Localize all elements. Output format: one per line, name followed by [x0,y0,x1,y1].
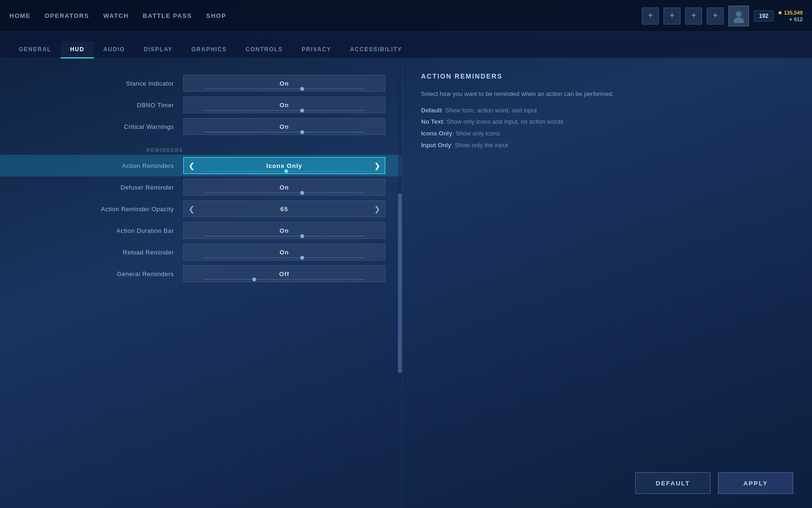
main-content: Stance Indicator On DBNO Timer On [0,58,812,508]
tab-controls[interactable]: CONTROLS [236,41,292,58]
plus-btn-2[interactable]: + [664,8,680,24]
nav-shop[interactable]: SHOP [206,10,226,21]
dbno-timer-label: DBNO Timer [0,102,183,109]
info-option-notext-name: No Text [421,118,443,125]
tab-display[interactable]: DISPLAY [134,41,182,58]
action-duration-bar-control[interactable]: On [183,222,385,239]
section-spacer [0,137,402,143]
row-general-reminders[interactable]: General Reminders Off [0,263,402,285]
nav-right: + + + + 192 ◆ 135,549 ● 612 [642,6,803,26]
nav-home[interactable]: HOME [9,10,31,21]
tab-graphics[interactable]: GRAPHICS [182,41,236,58]
info-option-default-desc: Show Icon, action word, and input [445,107,537,114]
slider-line-6 [204,236,365,237]
blue-currency: ● 612 [789,16,803,22]
stance-indicator-control[interactable]: On [183,75,385,92]
nav-links: HOME OPERATORS WATCH BATTLE PASS SHOP [9,10,642,21]
reminders-section-header: REMINDERS [0,143,402,155]
slider-thumb-5 [300,191,304,195]
tab-hud[interactable]: HUD [61,41,94,58]
action-reminders-label: Action Reminders [0,162,183,169]
info-option-inputonly-desc: Show only the input [455,142,508,149]
dbno-timer-slider [184,110,385,111]
row-action-duration-bar[interactable]: Action Duration Bar On [0,220,402,241]
dbno-timer-control[interactable]: On [183,96,385,113]
upper-settings-rows: Stance Indicator On DBNO Timer On [0,68,402,137]
scrollbar-thumb[interactable] [398,193,402,373]
currency-display: ◆ 135,549 ● 612 [778,10,803,22]
nav-watch[interactable]: WATCH [103,10,129,21]
gold-amount: 135,549 [784,10,803,16]
slider-thumb-4 [284,169,288,173]
info-option-inputonly: Input Only: Show only the input [421,140,793,151]
opacity-right-arrow[interactable]: ❯ [369,205,385,214]
critical-warnings-label: Critical Warnings [0,123,183,130]
row-action-reminder-opacity[interactable]: Action Reminder Opacity ❮ 65 ❯ [0,198,402,220]
action-reminder-opacity-value: 65 [281,206,288,213]
action-reminders-control[interactable]: ❮ Icons Only ❯ [183,157,385,174]
row-stance-indicator[interactable]: Stance Indicator On [0,72,402,94]
action-reminders-left-arrow[interactable]: ❮ [184,161,199,170]
reload-reminder-label: Reload Reminder [0,249,183,256]
slider-thumb-7 [300,256,304,260]
svg-point-0 [736,11,742,17]
tab-audio[interactable]: AUDIO [94,41,134,58]
score-value: 192 [759,13,768,19]
slider-line [204,88,365,89]
nav-operators[interactable]: OPERATORS [45,10,89,21]
slider-thumb-3 [300,130,304,134]
critical-warnings-control[interactable]: On [183,118,385,135]
info-option-iconsonly-desc: Show only icons [456,130,500,137]
tab-accessibility[interactable]: ACCESSIBILITY [341,41,412,58]
general-reminders-control[interactable]: Off [183,265,385,282]
opacity-left-arrow[interactable]: ❮ [184,205,199,214]
blue-amount: 612 [794,16,803,22]
blue-icon: ● [789,16,792,22]
player-score: 192 [754,10,773,22]
action-reminder-opacity-label: Action Reminder Opacity [0,206,183,213]
reload-reminder-value: On [280,249,289,256]
avatar[interactable] [728,6,749,26]
duration-bar-slider [184,235,385,237]
action-duration-bar-value: On [280,227,289,234]
apply-button[interactable]: APPLY [718,472,793,494]
slider-line-8 [204,279,365,280]
gold-currency: ◆ 135,549 [778,10,803,16]
tab-privacy[interactable]: PRIVACY [292,41,341,58]
info-option-default-name: Default [421,107,442,114]
row-defuser-reminder[interactable]: Defuser Reminder On [0,176,402,198]
row-critical-warnings[interactable]: Critical Warnings On [0,116,402,137]
action-duration-bar-label: Action Duration Bar [0,227,183,234]
plus-btn-3[interactable]: + [685,8,702,24]
row-action-reminders[interactable]: Action Reminders ❮ Icons Only ❯ [0,155,402,176]
stance-indicator-label: Stance Indicator [0,80,183,87]
bottom-action-buttons: DEFAULT APPLY [635,472,793,494]
defuser-reminder-control[interactable]: On [183,179,385,196]
top-navigation: HOME OPERATORS WATCH BATTLE PASS SHOP + … [0,0,812,32]
plus-btn-1[interactable]: + [642,8,659,24]
settings-tabs-bar: GENERAL HUD AUDIO DISPLAY GRAPHICS CONTR… [0,32,812,58]
defuser-reminder-value: On [280,184,289,191]
action-reminders-right-arrow[interactable]: ❯ [369,161,385,170]
row-dbno-timer[interactable]: DBNO Timer On [0,94,402,116]
slider-thumb-2 [300,109,304,112]
reload-reminder-control[interactable]: On [183,244,385,261]
nav-battlepass[interactable]: BATTLE PASS [143,10,192,21]
slider-line-2 [204,110,365,111]
defuser-reminder-label: Defuser Reminder [0,184,183,191]
action-reminder-opacity-control[interactable]: ❮ 65 ❯ [183,200,385,217]
tab-general[interactable]: GENERAL [9,41,61,58]
action-reminders-value: Icons Only [266,162,302,169]
default-button[interactable]: DEFAULT [635,472,710,494]
plus-btn-4[interactable]: + [707,8,724,24]
row-reload-reminder[interactable]: Reload Reminder On [0,241,402,263]
general-reminders-label: General Reminders [0,270,183,278]
slider-thumb-8 [252,278,256,281]
info-option-notext: No Text: Show only icons and input, no a… [421,116,793,128]
info-option-default: Default: Show Icon, action word, and inp… [421,105,793,117]
slider-line-3 [204,132,365,133]
settings-scrollbar[interactable] [398,58,402,508]
stance-indicator-slider [184,88,385,89]
gold-icon: ◆ [778,10,782,15]
general-reminders-value: Off [279,270,289,278]
